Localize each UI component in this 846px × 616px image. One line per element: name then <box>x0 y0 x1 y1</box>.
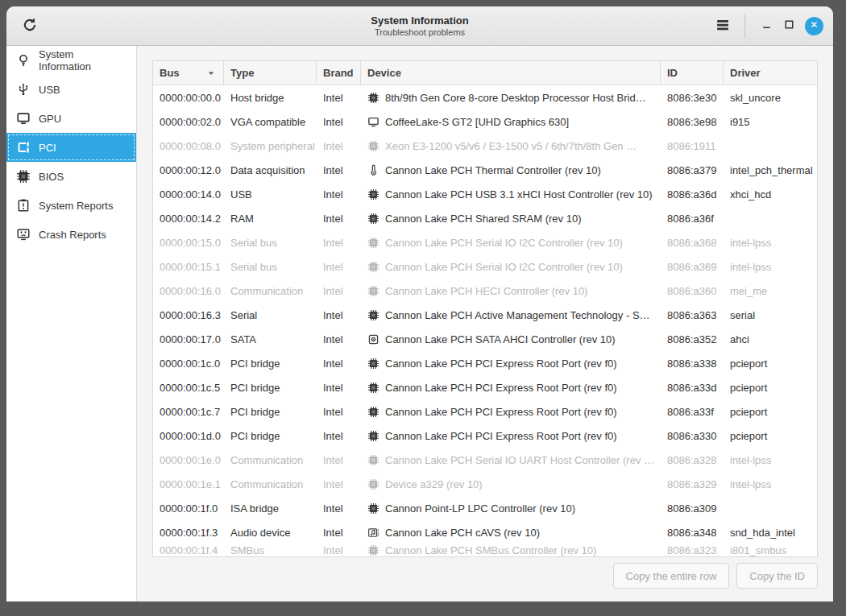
device-cell: Cannon Lake PCH Thermal Controller (rev … <box>361 164 661 176</box>
table-row[interactable]: 0000:00:08.0 System peripheral Intel Xeo… <box>153 134 817 158</box>
table-header: Bus Type Brand Device ID Driver <box>153 61 817 85</box>
sidebar-item-gpu[interactable]: GPU <box>6 104 136 133</box>
type-cell: PCI bridge <box>224 358 317 370</box>
column-header-id[interactable]: ID <box>661 61 724 85</box>
brand-cell: Intel <box>317 406 361 418</box>
id-cell: 8086:a330 <box>661 430 724 442</box>
table-row[interactable]: 0000:00:1f.3 Audio device Intel Cannon L… <box>153 520 817 544</box>
chip-icon <box>367 478 379 490</box>
column-header-type[interactable]: Type <box>224 61 317 85</box>
table-row[interactable]: 0000:00:15.1 Serial bus Intel Cannon Lak… <box>153 254 817 279</box>
sidebar-item-bios[interactable]: BIOS <box>6 162 136 191</box>
sidebar-item-system-information[interactable]: System Information <box>6 46 136 75</box>
column-header-brand[interactable]: Brand <box>317 61 361 85</box>
bus-cell: 0000:00:1c.0 <box>153 358 224 370</box>
id-cell: 8086:a323 <box>661 544 724 556</box>
refresh-button[interactable] <box>19 15 40 36</box>
device-cell: Cannon Lake PCH USB 3.1 xHCI Host Contro… <box>361 188 661 201</box>
type-cell: Communication <box>224 454 317 466</box>
type-cell: SATA <box>224 333 317 345</box>
main-panel: Bus Type Brand Device ID Driver 0000:00:… <box>137 46 833 602</box>
maximize-icon <box>782 18 796 35</box>
type-cell: USB <box>224 188 317 201</box>
driver-cell: intel_pch_thermal <box>724 164 817 176</box>
type-cell: PCI bridge <box>224 430 317 442</box>
table-row[interactable]: 0000:00:14.2 RAM Intel Cannon Lake PCH S… <box>153 206 817 230</box>
id-cell: 8086:a348 <box>661 527 724 539</box>
type-cell: System peripheral <box>224 140 317 152</box>
table-row[interactable]: 0000:00:02.0 VGA compatible Intel Coffee… <box>153 110 817 134</box>
driver-cell: pcieport <box>724 358 817 370</box>
minimize-icon <box>760 18 773 35</box>
brand-cell: Intel <box>317 261 361 273</box>
refresh-icon <box>22 17 38 35</box>
table-row[interactable]: 0000:00:1c.5 PCI bridge Intel Cannon Lak… <box>153 375 817 399</box>
table-row[interactable]: 0000:00:1c.7 PCI bridge Intel Cannon Lak… <box>153 399 817 424</box>
brand-cell: Intel <box>317 502 361 515</box>
chip-icon <box>367 213 379 225</box>
id-cell: 8086:a360 <box>661 285 724 297</box>
chip-icon <box>367 502 379 515</box>
type-cell: ISA bridge <box>224 502 317 515</box>
audio-icon <box>367 527 379 539</box>
close-button[interactable] <box>805 17 823 35</box>
driver-cell: i801_smbus <box>724 544 817 556</box>
menu-button[interactable] <box>712 15 733 36</box>
maximize-button[interactable] <box>779 16 798 35</box>
device-cell: Cannon Lake PCH Active Management Techno… <box>361 309 661 321</box>
minimize-button[interactable] <box>757 16 776 35</box>
pci-card-icon <box>16 140 31 155</box>
sidebar-item-pci[interactable]: PCI <box>6 133 136 162</box>
title-block: System Information Troubleshoot problems <box>371 14 468 37</box>
driver-cell: ahci <box>724 333 817 345</box>
driver-cell: snd_hda_intel <box>724 527 817 539</box>
table-row[interactable]: 0000:00:00.0 Host bridge Intel 8th/9th G… <box>153 85 817 110</box>
driver-cell: serial <box>724 309 817 321</box>
brand-cell: Intel <box>317 116 361 128</box>
table-row[interactable]: 0000:00:1f.4 SMBus Intel Cannon Lake PCH… <box>153 544 817 556</box>
table-row[interactable]: 0000:00:1f.0 ISA bridge Intel Cannon Poi… <box>153 496 817 520</box>
chip-icon <box>367 92 379 104</box>
sidebar-item-crash-reports[interactable]: Crash Reports <box>6 220 136 249</box>
copy-id-button[interactable]: Copy the ID <box>736 563 818 589</box>
table-row[interactable]: 0000:00:16.0 Communication Intel Cannon … <box>153 279 817 303</box>
device-cell: Cannon Point-LP LPC Controller (rev 10) <box>361 502 661 515</box>
content-area: System Information USB GPU PCI BIOS Syst… <box>6 46 833 602</box>
column-header-driver[interactable]: Driver <box>724 61 817 85</box>
column-header-device[interactable]: Device <box>361 61 661 85</box>
type-cell: Host bridge <box>224 92 317 104</box>
table-row[interactable]: 0000:00:1e.0 Communication Intel Cannon … <box>153 448 817 472</box>
device-cell: Cannon Lake PCH Serial IO I2C Controller… <box>361 261 661 273</box>
driver-cell: pcieport <box>724 406 817 418</box>
brand-cell: Intel <box>317 544 361 556</box>
header-bar: System Information Troubleshoot problems <box>6 6 833 46</box>
sidebar-item-usb[interactable]: USB <box>6 75 136 104</box>
table-row[interactable]: 0000:00:15.0 Serial bus Intel Cannon Lak… <box>153 230 817 254</box>
bus-cell: 0000:00:08.0 <box>153 140 224 152</box>
type-cell: PCI bridge <box>224 382 317 394</box>
driver-cell: pcieport <box>724 430 817 442</box>
table-row[interactable]: 0000:00:17.0 SATA Intel Cannon Lake PCH … <box>153 327 817 351</box>
table-row[interactable]: 0000:00:1c.0 PCI bridge Intel Cannon Lak… <box>153 351 817 375</box>
type-cell: Communication <box>224 478 317 490</box>
table-row[interactable]: 0000:00:14.0 USB Intel Cannon Lake PCH U… <box>153 182 817 206</box>
table-row[interactable]: 0000:00:1e.1 Communication Intel Device … <box>153 472 817 496</box>
app-window: System Information Troubleshoot problems… <box>6 6 833 602</box>
brand-cell: Intel <box>317 285 361 297</box>
bus-cell: 0000:00:1f.4 <box>153 544 224 556</box>
usb-icon <box>16 82 31 97</box>
id-cell: 8086:a368 <box>661 237 724 249</box>
column-header-bus[interactable]: Bus <box>153 61 224 85</box>
table-row[interactable]: 0000:00:1d.0 PCI bridge Intel Cannon Lak… <box>153 424 817 448</box>
crash-icon <box>16 227 31 242</box>
brand-cell: Intel <box>317 213 361 225</box>
bus-cell: 0000:00:14.0 <box>153 188 224 201</box>
brand-cell: Intel <box>317 454 361 466</box>
table-row[interactable]: 0000:00:12.0 Data acquisition Intel Cann… <box>153 158 817 182</box>
brand-cell: Intel <box>317 309 361 321</box>
chip-icon <box>367 358 379 370</box>
table-row[interactable]: 0000:00:16.3 Serial Intel Cannon Lake PC… <box>153 303 817 327</box>
chip-icon <box>367 140 379 152</box>
sidebar-item-system-reports[interactable]: System Reports <box>6 191 136 220</box>
copy-entire-row-button[interactable]: Copy the entire row <box>613 563 730 589</box>
